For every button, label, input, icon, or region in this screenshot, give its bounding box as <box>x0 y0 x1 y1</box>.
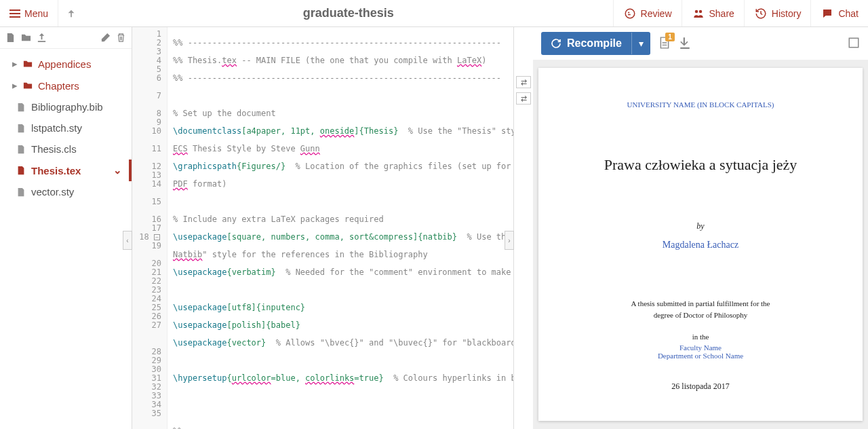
file-thesis-cls[interactable]: Thesis.cls <box>0 138 132 160</box>
pdf-university: UNIVERSITY NAME (IN BLOCK CAPITALS) <box>566 100 835 109</box>
file-label: Thesis.cls <box>31 143 77 155</box>
file-icon <box>16 145 26 154</box>
collapse-editor-panel[interactable]: › <box>505 231 514 250</box>
svg-point-1 <box>694 10 698 13</box>
review-icon <box>623 7 637 20</box>
file-icon <box>16 187 26 197</box>
up-arrow-icon <box>66 9 76 18</box>
sync-to-code-button[interactable]: ⇄ <box>516 92 531 105</box>
svg-rect-3 <box>849 38 859 48</box>
top-actions: Review Share History Chat <box>613 0 868 26</box>
sync-column: ⇄ ⇄ <box>514 27 533 429</box>
history-button[interactable]: History <box>744 0 811 26</box>
caret-right-icon: ▸ <box>12 79 18 92</box>
file-bibliography[interactable]: Bibliography.bib <box>0 96 132 117</box>
history-label: History <box>772 8 802 19</box>
file-icon <box>16 124 26 133</box>
file-vector[interactable]: vector.sty <box>0 181 132 202</box>
pdf-inthe: in the <box>566 333 835 341</box>
share-label: Share <box>709 8 734 19</box>
menu-label: Menu <box>24 8 48 19</box>
file-panel: ▸ Appendices ▸ Chapters Bibliography.bib… <box>0 27 132 429</box>
warning-badge: 1 <box>665 33 675 41</box>
upload-icon[interactable] <box>37 33 47 43</box>
pdf-by: by <box>566 221 835 231</box>
expand-icon <box>848 37 860 49</box>
download-button[interactable] <box>679 37 691 51</box>
new-folder-icon[interactable] <box>21 33 31 43</box>
collapse-file-panel[interactable]: ‹ <box>123 231 132 250</box>
folder-icon <box>23 81 33 90</box>
folder-label: Chapters <box>38 80 79 92</box>
recompile-button[interactable]: Recompile ▾ <box>541 32 650 55</box>
refresh-icon <box>551 38 561 49</box>
pdf-author: Magdalena Łachacz <box>566 240 835 250</box>
file-toolbar <box>0 27 132 49</box>
review-label: Review <box>641 8 672 19</box>
edit-icon[interactable] <box>100 33 111 43</box>
editor-panel[interactable]: 123456789101112131415161718 −19202122232… <box>132 27 514 429</box>
recompile-label: Recompile <box>567 37 622 50</box>
pdf-page: UNIVERSITY NAME (IN BLOCK CAPITALS) Praw… <box>538 68 863 421</box>
recompile-dropdown[interactable]: ▾ <box>631 33 650 54</box>
pdf-panel: Recompile ▾ 1 UNIVERSITY NAME (IN BLOCK … <box>533 27 868 429</box>
top-toolbar: Menu graduate-thesis Review Share Histor… <box>0 0 868 27</box>
pdf-faculty: Faculty Name <box>566 343 835 352</box>
file-label: vector.sty <box>31 186 74 198</box>
delete-icon[interactable] <box>116 33 126 43</box>
file-icon <box>16 102 26 112</box>
svg-point-0 <box>625 9 635 18</box>
pdf-date: 26 listopada 2017 <box>566 381 835 392</box>
folder-appendices[interactable]: ▸ Appendices <box>0 53 132 75</box>
file-label: Thesis.tex <box>31 165 81 176</box>
file-label: lstpatch.sty <box>31 122 82 134</box>
line-gutter: 123456789101112131415161718 −19202122232… <box>132 27 167 429</box>
chat-label: Chat <box>838 8 859 19</box>
pdf-viewer[interactable]: UNIVERSITY NAME (IN BLOCK CAPITALS) Praw… <box>533 60 868 429</box>
review-button[interactable]: Review <box>613 0 682 26</box>
folder-icon <box>23 59 33 69</box>
share-button[interactable]: Share <box>682 0 744 26</box>
pdf-subtitle: A thesis submitted in partial fulfillmen… <box>566 298 835 320</box>
sync-to-pdf-button[interactable]: ⇄ <box>516 76 531 88</box>
chat-button[interactable]: Chat <box>810 0 868 26</box>
hamburger-icon <box>9 10 20 18</box>
logs-button[interactable]: 1 <box>658 37 671 51</box>
chevron-down-icon[interactable]: ⌄ <box>113 164 122 176</box>
file-thesis-tex[interactable]: Thesis.tex ⌄ <box>0 160 132 181</box>
file-icon <box>16 166 26 175</box>
file-lstpatch[interactable]: lstpatch.sty <box>0 117 132 138</box>
main-area: ▸ Appendices ▸ Chapters Bibliography.bib… <box>0 27 868 429</box>
up-button[interactable] <box>58 0 84 26</box>
caret-right-icon: ▸ <box>12 58 18 70</box>
file-tree: ▸ Appendices ▸ Chapters Bibliography.bib… <box>0 49 132 206</box>
share-icon <box>692 7 705 20</box>
code-area[interactable]: %% -------------------------------------… <box>167 27 513 429</box>
folder-chapters[interactable]: ▸ Chapters <box>0 75 132 96</box>
layout-button[interactable] <box>848 37 860 51</box>
page-title: graduate-thesis <box>84 6 613 20</box>
menu-button[interactable]: Menu <box>0 0 58 26</box>
file-label: Bibliography.bib <box>31 101 103 113</box>
history-icon <box>754 7 768 20</box>
svg-point-2 <box>698 10 702 13</box>
download-icon <box>679 37 691 49</box>
pdf-toolbar: Recompile ▾ 1 <box>533 27 868 60</box>
new-file-icon[interactable] <box>5 33 16 43</box>
folder-label: Appendices <box>38 58 91 70</box>
pdf-title: Prawa człowieka a sytuacja jeży <box>566 156 835 174</box>
pdf-dept: Department or School Name <box>566 352 835 360</box>
chat-icon <box>821 7 834 20</box>
